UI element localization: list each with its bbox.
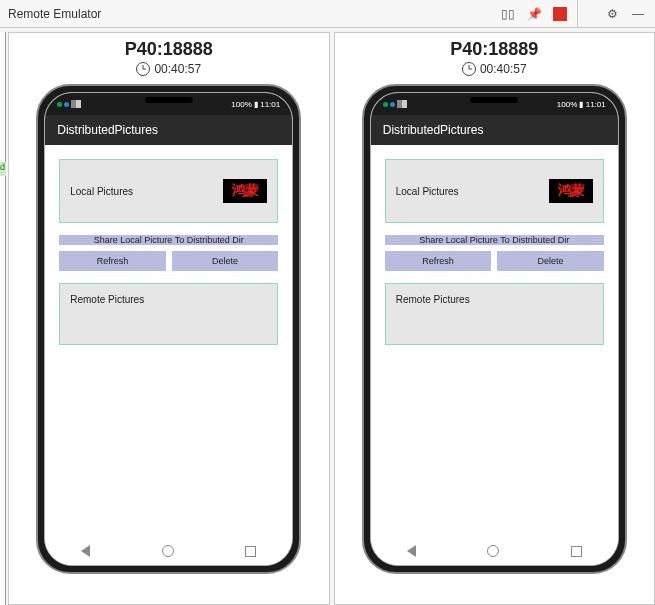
signal-dot-icon — [383, 102, 388, 107]
timer-text: 00:40:57 — [480, 62, 527, 76]
clock-icon — [462, 62, 476, 76]
timer-text: 00:40:57 — [154, 62, 201, 76]
share-button[interactable]: Share Local Picture To Distributed Dir — [59, 235, 278, 245]
clock-text: 11:01 — [586, 100, 606, 109]
local-pictures-panel[interactable]: Local Pictures 鸿蒙 — [59, 159, 278, 223]
device-name: P40:18889 — [450, 39, 538, 60]
status-right: 100% ▮ 11:01 — [231, 100, 280, 109]
pin-icon[interactable]: 📌 — [525, 5, 543, 23]
side-tab-sliver[interactable]: d — [0, 162, 6, 176]
signal-dot-icon — [64, 102, 69, 107]
title-text: Remote Emulator — [8, 7, 101, 21]
clock-icon — [136, 62, 150, 76]
nav-bar — [45, 537, 292, 565]
local-label: Local Pictures — [396, 186, 459, 197]
device-header: P40:18889 00:40:57 — [450, 33, 538, 78]
hongmeng-thumb[interactable]: 鸿蒙 — [223, 179, 267, 203]
device-header: P40:18888 00:40:57 — [125, 33, 213, 78]
status-left — [383, 100, 407, 108]
emulator-area: P40:18888 00:40:57 100% ▮ — [8, 28, 655, 605]
device-timer: 00:40:57 — [125, 62, 213, 76]
share-button[interactable]: Share Local Picture To Distributed Dir — [385, 235, 604, 245]
signal-bars-icon — [71, 100, 81, 108]
hongmeng-thumb[interactable]: 鸿蒙 — [549, 179, 593, 203]
signal-dot-icon — [57, 102, 62, 107]
status-right: 100% ▮ 11:01 — [557, 100, 606, 109]
battery-text: 100% — [231, 100, 251, 109]
delete-button[interactable]: Delete — [497, 251, 604, 271]
columns-icon[interactable]: ▯▯ — [499, 5, 517, 23]
device-pane-0: P40:18888 00:40:57 100% ▮ — [8, 32, 330, 605]
nav-bar — [371, 537, 618, 565]
notch — [470, 97, 518, 103]
phone-frame: 100% ▮ 11:01 DistributedPictures Local P… — [362, 84, 627, 574]
status-bar: 100% ▮ 11:01 — [45, 93, 292, 115]
remote-pictures-panel[interactable]: Remote Pictures — [385, 283, 604, 345]
recent-icon[interactable] — [571, 546, 582, 557]
remote-label: Remote Pictures — [396, 294, 470, 305]
phone-screen[interactable]: 100% ▮ 11:01 DistributedPictures Local P… — [370, 92, 619, 566]
phone-screen[interactable]: 100% ▮ 11:01 DistributedPictures Local P… — [44, 92, 293, 566]
gear-icon[interactable]: ⚙ — [603, 5, 621, 23]
signal-bars-icon — [397, 100, 407, 108]
remote-label: Remote Pictures — [70, 294, 144, 305]
delete-button[interactable]: Delete — [172, 251, 279, 271]
back-icon[interactable] — [81, 545, 90, 557]
signal-dot-icon — [390, 102, 395, 107]
refresh-button[interactable]: Refresh — [385, 251, 492, 271]
refresh-button[interactable]: Refresh — [59, 251, 166, 271]
recent-icon[interactable] — [245, 546, 256, 557]
minimize-icon[interactable]: — — [629, 5, 647, 23]
clock-text: 11:01 — [260, 100, 280, 109]
home-icon[interactable] — [487, 545, 499, 557]
device-pane-1: P40:18889 00:40:57 100% ▮ — [334, 32, 656, 605]
local-label: Local Pictures — [70, 186, 133, 197]
status-bar: 100% ▮ 11:01 — [371, 93, 618, 115]
left-tool-stub: d — [0, 32, 6, 605]
battery-text: 100% — [557, 100, 577, 109]
device-timer: 00:40:57 — [450, 62, 538, 76]
button-group: Share Local Picture To Distributed Dir R… — [59, 235, 278, 271]
app-title: DistributedPictures — [57, 123, 158, 137]
device-name: P40:18888 — [125, 39, 213, 60]
stop-icon[interactable] — [551, 5, 569, 23]
battery-icon: ▮ — [254, 100, 258, 109]
status-left — [57, 100, 81, 108]
phone-frame: 100% ▮ 11:01 DistributedPictures Local P… — [36, 84, 301, 574]
button-group: Share Local Picture To Distributed Dir R… — [385, 235, 604, 271]
battery-icon: ▮ — [579, 100, 583, 109]
notch — [145, 97, 193, 103]
app-title: DistributedPictures — [383, 123, 484, 137]
remote-pictures-panel[interactable]: Remote Pictures — [59, 283, 278, 345]
app-bar: DistributedPictures — [45, 115, 292, 145]
app-bar: DistributedPictures — [371, 115, 618, 145]
app-content: Local Pictures 鸿蒙 Share Local Picture To… — [371, 145, 618, 537]
window-titlebar: Remote Emulator ▯▯ 📌 ⚙ — — [0, 0, 655, 28]
back-icon[interactable] — [407, 545, 416, 557]
home-icon[interactable] — [162, 545, 174, 557]
local-pictures-panel[interactable]: Local Pictures 鸿蒙 — [385, 159, 604, 223]
app-content: Local Pictures 鸿蒙 Share Local Picture To… — [45, 145, 292, 537]
